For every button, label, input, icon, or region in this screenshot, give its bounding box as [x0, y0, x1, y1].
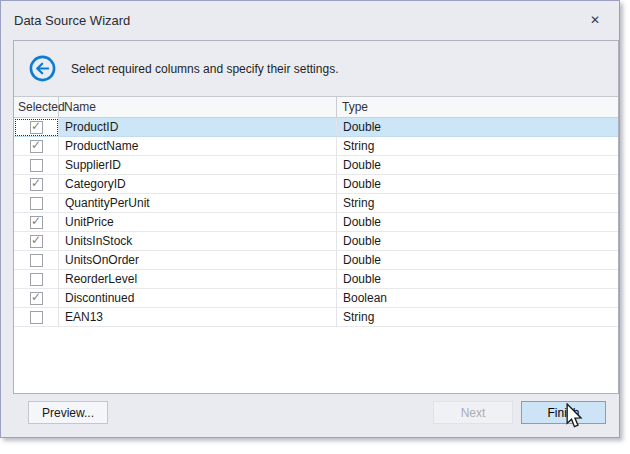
table-row[interactable]: UnitsOnOrder Double: [14, 251, 618, 270]
table-row[interactable]: ✓ CategoryID Double: [14, 175, 618, 194]
row-checkbox[interactable]: [30, 197, 43, 210]
row-checkbox-cell[interactable]: [14, 194, 59, 213]
row-checkbox[interactable]: ✓: [30, 178, 43, 191]
row-type: Double: [337, 213, 618, 232]
row-type: Double: [337, 156, 618, 175]
table-row[interactable]: ✓ UnitPrice Double: [14, 213, 618, 232]
row-name: QuantityPerUnit: [59, 194, 337, 213]
row-checkbox-cell[interactable]: [14, 156, 59, 175]
row-checkbox[interactable]: ✓: [30, 121, 43, 134]
row-checkbox-cell[interactable]: ✓: [14, 175, 59, 194]
row-checkbox-cell[interactable]: ✓: [14, 213, 59, 232]
row-name: ProductID: [59, 118, 337, 137]
row-checkbox[interactable]: ✓: [30, 235, 43, 248]
row-checkbox-cell[interactable]: [14, 270, 59, 289]
back-arrow-circle-icon: [29, 55, 56, 82]
row-name: EAN13: [59, 308, 337, 327]
row-checkbox[interactable]: [30, 159, 43, 172]
column-header-name[interactable]: Name: [59, 97, 337, 117]
row-checkbox[interactable]: [30, 273, 43, 286]
row-checkbox-cell[interactable]: ✓: [14, 289, 59, 308]
row-name: Discontinued: [59, 289, 337, 308]
window-title: Data Source Wizard: [14, 13, 130, 28]
row-name: CategoryID: [59, 175, 337, 194]
row-checkbox[interactable]: ✓: [30, 292, 43, 305]
row-checkbox-cell[interactable]: [14, 251, 59, 270]
row-checkbox-cell[interactable]: [14, 308, 59, 327]
table-row[interactable]: ✓ ProductName String: [14, 137, 618, 156]
row-type: Double: [337, 232, 618, 251]
close-icon: ✕: [590, 13, 600, 27]
table-row[interactable]: QuantityPerUnit String: [14, 194, 618, 213]
grid-body: ✓ ProductID Double ✓ ProductName String …: [14, 118, 618, 393]
columns-grid: Selected Name Type ✓ ProductID Double ✓ …: [14, 97, 618, 393]
check-icon: ✓: [31, 291, 41, 303]
wizard-header: Select required columns and specify thei…: [14, 41, 618, 97]
desktop-background: Data Source Wizard ✕ Select required col…: [0, 0, 630, 454]
check-icon: ✓: [31, 139, 41, 151]
row-name: UnitsInStock: [59, 232, 337, 251]
row-checkbox[interactable]: ✓: [30, 216, 43, 229]
wizard-panel: Select required columns and specify thei…: [13, 40, 619, 394]
row-type: Double: [337, 118, 618, 137]
check-icon: ✓: [31, 215, 41, 227]
row-checkbox-cell[interactable]: ✓: [14, 137, 59, 156]
row-checkbox[interactable]: [30, 254, 43, 267]
row-type: Double: [337, 251, 618, 270]
row-type: String: [337, 308, 618, 327]
close-button[interactable]: ✕: [584, 10, 606, 30]
row-name: UnitPrice: [59, 213, 337, 232]
row-checkbox[interactable]: [30, 311, 43, 324]
table-row[interactable]: ✓ ProductID Double: [14, 118, 618, 137]
next-button[interactable]: Next: [433, 401, 513, 424]
table-row[interactable]: ✓ UnitsInStock Double: [14, 232, 618, 251]
check-icon: ✓: [31, 120, 41, 132]
grid-header-row: Selected Name Type: [14, 97, 618, 118]
preview-button[interactable]: Preview...: [28, 401, 108, 424]
column-header-selected[interactable]: Selected: [14, 97, 59, 117]
titlebar[interactable]: Data Source Wizard ✕: [1, 1, 619, 39]
column-header-type[interactable]: Type: [337, 97, 618, 117]
row-name: UnitsOnOrder: [59, 251, 337, 270]
row-checkbox-cell[interactable]: ✓: [14, 232, 59, 251]
row-type: Boolean: [337, 289, 618, 308]
row-type: Double: [337, 270, 618, 289]
table-row[interactable]: ✓ Discontinued Boolean: [14, 289, 618, 308]
table-row[interactable]: ReorderLevel Double: [14, 270, 618, 289]
table-row[interactable]: SupplierID Double: [14, 156, 618, 175]
row-type: String: [337, 137, 618, 156]
row-name: ProductName: [59, 137, 337, 156]
row-checkbox[interactable]: ✓: [30, 140, 43, 153]
row-type: Double: [337, 175, 618, 194]
check-icon: ✓: [31, 234, 41, 246]
check-icon: ✓: [31, 177, 41, 189]
table-row[interactable]: EAN13 String: [14, 308, 618, 327]
row-name: ReorderLevel: [59, 270, 337, 289]
instruction-text: Select required columns and specify thei…: [71, 62, 338, 76]
row-type: String: [337, 194, 618, 213]
row-name: SupplierID: [59, 156, 337, 175]
back-button[interactable]: [29, 55, 56, 82]
data-source-wizard-dialog: Data Source Wizard ✕ Select required col…: [0, 0, 620, 438]
row-checkbox-cell[interactable]: ✓: [14, 118, 59, 137]
finish-button[interactable]: Finish: [521, 401, 606, 424]
